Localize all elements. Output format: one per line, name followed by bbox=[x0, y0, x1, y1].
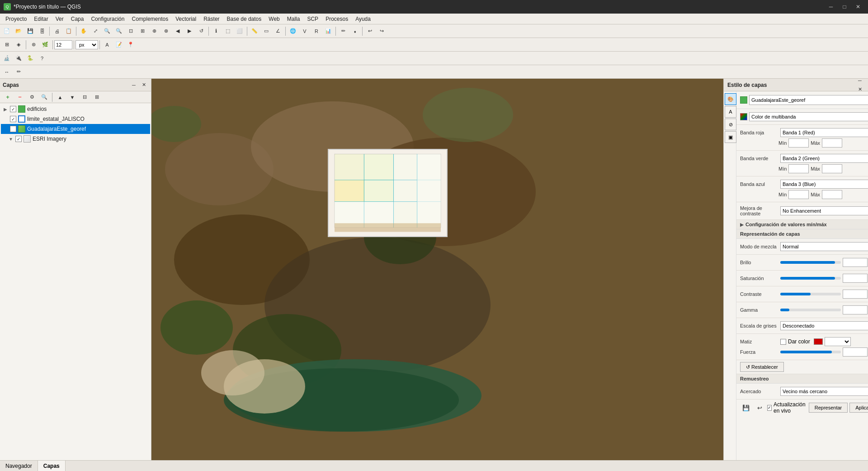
save-project-btn[interactable]: 💾 bbox=[25, 26, 36, 37]
apply-btn[interactable]: Aplicar bbox=[849, 403, 868, 413]
style-history-btn[interactable]: ↩ bbox=[754, 402, 765, 413]
layer-item-edificios[interactable]: ▶ edificios bbox=[1, 104, 150, 114]
blend-mode-select[interactable]: Normal bbox=[780, 242, 868, 251]
green-max-input[interactable]: 255 bbox=[822, 164, 842, 173]
style-3d-icon[interactable]: ▣ bbox=[725, 131, 736, 143]
strength-value[interactable]: 100% bbox=[843, 347, 868, 357]
brightness-slider[interactable] bbox=[780, 261, 841, 264]
menu-capa[interactable]: Capa bbox=[67, 15, 88, 23]
menu-scp[interactable]: SCP bbox=[303, 15, 322, 23]
scp-btn[interactable]: 🔬 bbox=[1, 53, 12, 64]
layer-item-limite-estatal[interactable]: limite_estatal_JALISCO bbox=[1, 114, 150, 124]
brightness-value[interactable]: 0 bbox=[843, 258, 868, 267]
redo-btn[interactable]: ↪ bbox=[376, 26, 387, 37]
print-layout-btn[interactable]: 🖨 bbox=[52, 26, 62, 37]
deselect-all-btn[interactable]: ⬜ bbox=[234, 26, 245, 37]
red-max-input[interactable]: 255 bbox=[822, 138, 842, 147]
red-min-input[interactable]: 0 bbox=[788, 138, 809, 147]
zoom-out-btn[interactable]: 🔍 bbox=[113, 26, 124, 37]
menu-proyecto[interactable]: Proyecto bbox=[2, 15, 30, 23]
layer-check-esri[interactable] bbox=[15, 136, 22, 142]
style-mask-icon[interactable]: ⊘ bbox=[725, 119, 736, 130]
move-layer-up-btn[interactable]: ▲ bbox=[55, 92, 66, 103]
menu-web[interactable]: Web bbox=[265, 15, 283, 23]
annotation-btn[interactable]: 📝 bbox=[113, 39, 124, 50]
undo-btn[interactable]: ↩ bbox=[364, 26, 375, 37]
pan-tool-btn[interactable]: ✋ bbox=[78, 26, 89, 37]
tab-capas[interactable]: Capas bbox=[38, 461, 66, 471]
zoom-in-btn[interactable]: 🔍 bbox=[102, 26, 113, 37]
menu-configuracion[interactable]: Configuración bbox=[87, 15, 128, 23]
acercado-select[interactable]: Vecino más cercano bbox=[780, 387, 868, 396]
live-update-checkbox[interactable]: ✓ bbox=[767, 405, 772, 411]
layers-panel-collapse[interactable]: ─ bbox=[130, 81, 138, 89]
plugin-btn[interactable]: 🔌 bbox=[13, 53, 24, 64]
measure-angle-btn[interactable]: ∠ bbox=[273, 26, 283, 37]
add-delimited-btn[interactable]: 📊 bbox=[323, 26, 334, 37]
node-tool-btn[interactable]: ⬧ bbox=[349, 26, 360, 37]
menu-malla[interactable]: Malla bbox=[283, 15, 304, 23]
menu-base-datos[interactable]: Base de datos bbox=[223, 15, 265, 23]
identify-btn[interactable]: ℹ bbox=[211, 26, 222, 37]
expand-all-btn[interactable]: ⊞ bbox=[91, 92, 102, 103]
pin-btn[interactable]: 📍 bbox=[125, 39, 136, 50]
remove-layer-btn[interactable]: − bbox=[14, 92, 25, 103]
measure-btn[interactable]: 📏 bbox=[249, 26, 260, 37]
hue-preset-select[interactable] bbox=[825, 337, 851, 346]
style-save-btn[interactable]: 💾 bbox=[741, 402, 751, 413]
georef-btn[interactable]: ⊛ bbox=[28, 39, 39, 50]
zoom-layer-btn[interactable]: ⊕ bbox=[149, 26, 160, 37]
contrast-render-value[interactable]: 0 bbox=[843, 290, 868, 299]
style-layer-dropdown[interactable]: GuadalajaraEste_georef bbox=[749, 95, 868, 105]
contrast-select[interactable]: No Enhancement bbox=[780, 206, 868, 215]
help-btn[interactable]: ? bbox=[37, 53, 47, 64]
style-paint-icon[interactable]: 🎨 bbox=[725, 93, 736, 105]
layer-item-esri[interactable]: ▼ ESRI Imagery bbox=[1, 134, 150, 144]
pan-to-selection-btn[interactable]: ⤢ bbox=[90, 26, 101, 37]
zoom-prev-btn[interactable]: ◀ bbox=[172, 26, 183, 37]
move-feature-btn[interactable]: ↔ bbox=[1, 67, 12, 77]
menu-raster[interactable]: Ráster bbox=[200, 15, 223, 23]
save-as-btn[interactable]: 🗄 bbox=[37, 26, 47, 37]
green-min-input[interactable]: 0 bbox=[788, 164, 809, 173]
blue-min-input[interactable]: 0 bbox=[788, 190, 809, 199]
band-green-select[interactable]: Banda 2 (Green) bbox=[780, 154, 868, 163]
style-label-icon[interactable]: A bbox=[725, 106, 736, 118]
layer-check-limite[interactable] bbox=[10, 116, 16, 122]
rubber-band-btn[interactable]: ⊡ bbox=[125, 26, 136, 37]
strength-slider[interactable] bbox=[780, 351, 841, 353]
layer-check-edificios[interactable] bbox=[10, 106, 16, 112]
zoom-selection-btn[interactable]: ⊗ bbox=[160, 26, 171, 37]
saturation-slider[interactable] bbox=[780, 277, 841, 280]
add-raster-btn[interactable]: R bbox=[311, 26, 322, 37]
select-feature-btn[interactable]: ⬚ bbox=[222, 26, 233, 37]
open-project-btn[interactable]: 📂 bbox=[13, 26, 24, 37]
add-wms-btn[interactable]: 🌐 bbox=[288, 26, 298, 37]
layer-expand-edificios[interactable]: ▶ bbox=[3, 106, 8, 112]
saturation-value[interactable]: 0 bbox=[843, 274, 868, 283]
digitize-btn[interactable]: ✏ bbox=[338, 26, 349, 37]
new-print-layout-btn[interactable]: 📋 bbox=[63, 26, 74, 37]
grass-btn[interactable]: 🌿 bbox=[40, 39, 51, 50]
snap-btn[interactable]: ⊞ bbox=[1, 39, 12, 50]
blue-max-input[interactable]: 255 bbox=[822, 190, 842, 199]
minmax-config-header[interactable]: ▶ Configuración de valores mín/máx bbox=[736, 220, 868, 229]
contrast-render-slider[interactable] bbox=[780, 293, 841, 295]
grayscale-select[interactable]: Desconectado bbox=[780, 321, 868, 330]
add-layer-btn[interactable]: + bbox=[2, 92, 13, 103]
tab-navegador[interactable]: Navegador bbox=[0, 461, 38, 471]
measure-area-btn[interactable]: ▭ bbox=[261, 26, 272, 37]
restore-btn[interactable]: ↺ Restablecer bbox=[740, 362, 784, 372]
layer-item-guadalajara[interactable]: GuadalajaraEste_georef bbox=[1, 124, 150, 134]
hue-color-swatch[interactable] bbox=[814, 338, 823, 345]
renderer-select[interactable]: Color de multibanda bbox=[749, 112, 868, 121]
minimize-button[interactable]: ─ bbox=[825, 0, 837, 13]
menu-complementos[interactable]: Complementos bbox=[128, 15, 172, 23]
layer-expand-esri[interactable]: ▼ bbox=[8, 136, 14, 142]
zoom-next-btn[interactable]: ▶ bbox=[184, 26, 195, 37]
map-area[interactable] bbox=[151, 79, 723, 460]
menu-ayuda[interactable]: Ayuda bbox=[352, 15, 374, 23]
menu-ver[interactable]: Ver bbox=[52, 15, 67, 23]
collapse-all-btn[interactable]: ⊟ bbox=[79, 92, 90, 103]
colorize-checkbox[interactable] bbox=[780, 339, 786, 345]
